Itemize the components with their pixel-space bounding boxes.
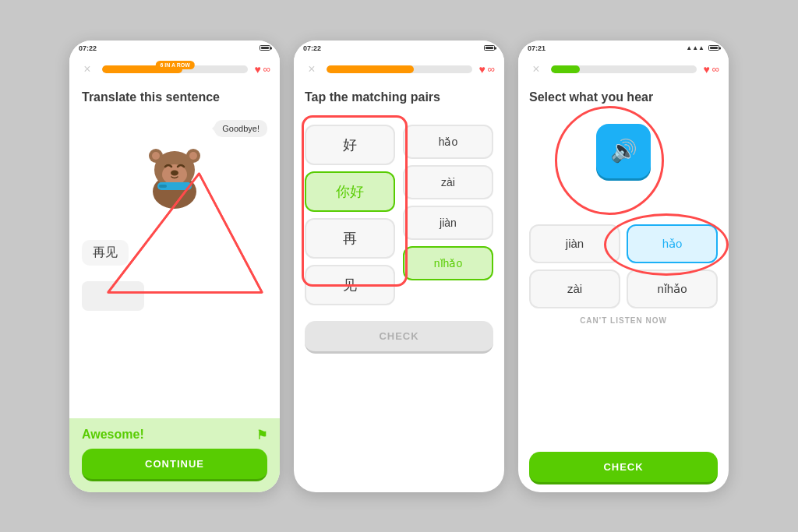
- signal-icon: ▲▲▲: [686, 44, 704, 51]
- progress-fill-3: [551, 65, 580, 73]
- close-button-3[interactable]: ×: [528, 61, 545, 78]
- progress-wrapper-3: [551, 65, 697, 73]
- pairs-grid: 好 你好 再 见 hǎo zài jiàn nǐhǎo: [305, 125, 493, 305]
- infinity-2: ∞: [488, 63, 495, 75]
- status-bar-2: 07:22: [294, 41, 504, 56]
- heart-icon-3: ♥: [703, 63, 709, 76]
- continue-button[interactable]: CONTINUE: [82, 449, 267, 481]
- battery-icon-2: [484, 45, 495, 51]
- progress-bar-2: [327, 65, 472, 73]
- pair-card-zai[interactable]: 再: [305, 218, 395, 259]
- answer-options: jiàn hǎo zài nǐhǎo: [529, 224, 718, 308]
- pair-card-hao[interactable]: 好: [305, 125, 395, 165]
- instruction-title-2: Tap the matching pairs: [305, 90, 493, 104]
- answer-option-hao[interactable]: hǎo: [627, 224, 718, 263]
- status-bar-3: 07:21 ▲▲▲: [518, 41, 729, 56]
- answer-option-zai[interactable]: zài: [529, 270, 620, 308]
- answer-options-wrapper: jiàn hǎo zài nǐhǎo: [529, 221, 718, 308]
- audio-area: 🔊: [569, 112, 678, 221]
- battery-icon-1: [260, 45, 270, 51]
- pair-card-jian-char[interactable]: 见: [305, 265, 395, 305]
- pair-card-jian-pinyin[interactable]: jiàn: [403, 206, 493, 240]
- pair-card-nihao[interactable]: 你好: [305, 171, 395, 212]
- svg-point-8: [171, 170, 178, 175]
- top-nav-2: × ♥ ∞: [294, 56, 504, 83]
- status-time-3: 07:21: [528, 44, 546, 52]
- flag-icon: ⚑: [256, 428, 267, 442]
- phone-2: 07:22 × ♥ ∞ Tap the matching pairs 好: [294, 41, 504, 492]
- screen3-content: Select what you hear 🔊 jiàn hǎo zài nǐhǎ…: [518, 83, 729, 492]
- phone-1: 07:22 × 6 IN A ROW ♥ ∞ Translate this se…: [69, 41, 280, 492]
- top-nav-3: × ♥ ∞: [518, 56, 729, 83]
- progress-wrapper-2: [327, 65, 472, 73]
- status-icons-3: ▲▲▲: [686, 44, 719, 51]
- status-icons-1: [260, 45, 270, 51]
- pair-card-zai-pinyin[interactable]: zài: [403, 165, 493, 199]
- awesome-label: Awesome! ⚑: [82, 428, 267, 442]
- speaker-icon: 🔊: [610, 138, 637, 164]
- check-button-2[interactable]: CHECK: [305, 321, 493, 354]
- svg-rect-10: [159, 185, 167, 188]
- progress-fill-2: [327, 65, 414, 73]
- heart-area-2: ♥ ∞: [478, 63, 495, 76]
- pairs-col-left: 好 你好 再 见: [305, 125, 395, 305]
- close-button-1[interactable]: ×: [79, 61, 96, 78]
- pairs-wrapper: 好 你好 再 见 hǎo zài jiàn nǐhǎo: [305, 118, 493, 305]
- audio-button[interactable]: 🔊: [596, 124, 651, 178]
- status-time-2: 07:22: [303, 44, 321, 52]
- answer-option-jian[interactable]: jiàn: [529, 224, 620, 263]
- svg-point-6: [189, 152, 197, 160]
- streak-badge: 6 IN A ROW: [156, 61, 195, 69]
- screen1-content: Translate this sentence: [69, 83, 280, 418]
- progress-bar-3: [551, 65, 697, 73]
- battery-icon-3: [708, 45, 719, 51]
- close-button-2[interactable]: ×: [303, 61, 320, 78]
- check-button-3[interactable]: CHECK: [529, 452, 718, 484]
- heart-area-3: ♥ ∞: [703, 63, 719, 76]
- speech-bubble: Goodbye!: [214, 120, 267, 137]
- progress-wrapper-1: 6 IN A ROW: [102, 65, 248, 73]
- instruction-title-3: Select what you hear: [529, 90, 718, 104]
- chinese-word: 再见: [82, 240, 129, 266]
- status-bar-1: 07:22: [69, 41, 280, 56]
- answer-box: [82, 281, 144, 311]
- screen3-footer: CHECK: [529, 446, 718, 484]
- phone-3: 07:21 ▲▲▲ × ♥ ∞ Select what you hear 🔊: [518, 41, 729, 492]
- instruction-title-1: Translate this sentence: [82, 90, 267, 104]
- svg-point-4: [152, 152, 160, 160]
- awesome-footer: Awesome! ⚑ CONTINUE: [69, 418, 280, 492]
- pair-card-nihao-pinyin[interactable]: nǐhǎo: [403, 246, 493, 280]
- infinity-1: ∞: [263, 63, 270, 75]
- screen2-content: Tap the matching pairs 好 你好 再 见 hǎo zài …: [294, 83, 504, 492]
- heart-area-1: ♥ ∞: [254, 63, 270, 76]
- pair-card-hao-pinyin[interactable]: hǎo: [403, 125, 493, 159]
- cant-listen[interactable]: CAN'T LISTEN NOW: [529, 316, 718, 325]
- pairs-col-right: hǎo zài jiàn nǐhǎo: [403, 125, 493, 305]
- status-time-1: 07:22: [79, 44, 97, 52]
- mascot-area: Goodbye!: [82, 112, 267, 237]
- heart-icon-2: ♥: [478, 63, 485, 76]
- mascot-bear: [142, 136, 208, 213]
- infinity-3: ∞: [712, 63, 719, 75]
- top-nav-1: × 6 IN A ROW ♥ ∞: [69, 56, 280, 83]
- status-icons-2: [484, 45, 495, 51]
- heart-icon-1: ♥: [254, 63, 260, 76]
- answer-option-nihao[interactable]: nǐhǎo: [627, 270, 718, 308]
